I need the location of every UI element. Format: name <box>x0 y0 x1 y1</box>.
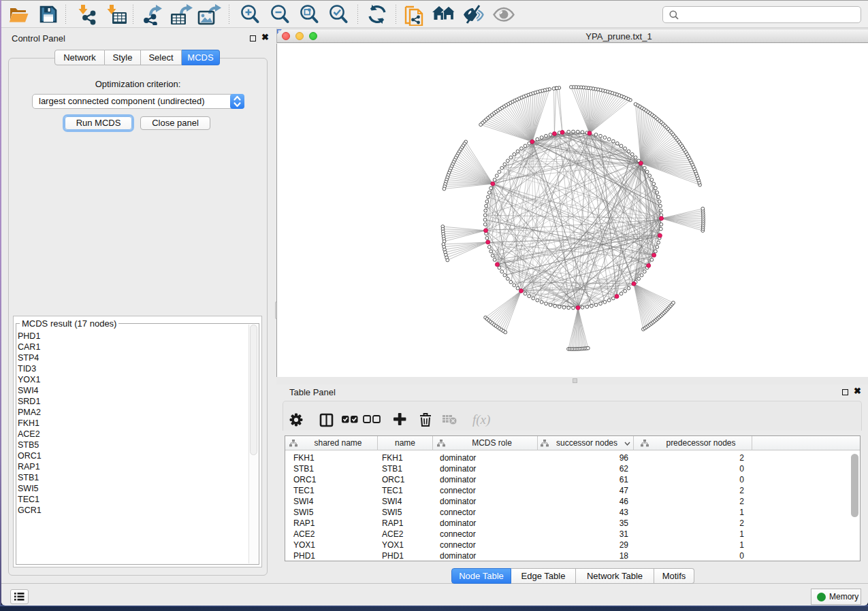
svg-text:f(x): f(x) <box>472 412 490 427</box>
